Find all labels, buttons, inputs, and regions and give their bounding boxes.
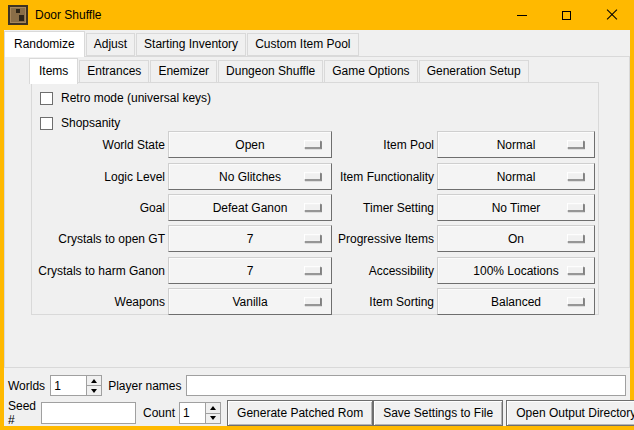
retro-mode-checkbox[interactable] bbox=[40, 92, 53, 105]
window-title: Door Shuffle bbox=[35, 8, 102, 22]
app-window: Door Shuffle Randomize Adjust Starting I… bbox=[0, 0, 634, 430]
retro-mode-label: Retro mode (universal keys) bbox=[61, 91, 211, 105]
tab-generation-setup[interactable]: Generation Setup bbox=[419, 60, 529, 83]
save-settings-button[interactable]: Save Settings to File bbox=[373, 400, 503, 426]
crystals-gt-label: Crystals to open GT bbox=[32, 232, 168, 246]
count-spin-down-button[interactable] bbox=[206, 413, 220, 424]
open-output-directory-button[interactable]: Open Output Directory bbox=[506, 400, 634, 426]
dropdown-indicator-icon bbox=[567, 266, 584, 274]
item-sorting-dropdown[interactable]: Balanced bbox=[437, 288, 595, 315]
arrow-up-icon bbox=[210, 406, 216, 410]
seed-row: Seed # Count Generate Patched Rom Save S… bbox=[8, 400, 626, 426]
dropdown-indicator-icon bbox=[567, 234, 584, 242]
tab-entrances[interactable]: Entrances bbox=[79, 60, 149, 83]
player-names-label: Player names bbox=[108, 379, 181, 393]
goal-label: Goal bbox=[32, 201, 168, 215]
progressive-items-row: Progressive Items On bbox=[285, 225, 595, 252]
item-functionality-value: Normal bbox=[497, 170, 536, 184]
minimize-button[interactable] bbox=[499, 0, 544, 30]
sub-tab-bar: Items Entrances Enemizer Dungeon Shuffle… bbox=[29, 59, 530, 83]
accessibility-row: Accessibility 100% Locations bbox=[285, 257, 595, 284]
maximize-icon bbox=[562, 11, 571, 20]
tab-custom-item-pool[interactable]: Custom Item Pool bbox=[247, 33, 358, 56]
logic-level-label: Logic Level bbox=[32, 170, 168, 184]
world-state-value: Open bbox=[235, 138, 264, 152]
worlds-spinbox[interactable] bbox=[50, 375, 102, 396]
world-state-label: World State bbox=[32, 138, 168, 152]
minimize-icon bbox=[517, 15, 527, 16]
worlds-spin-down-button[interactable] bbox=[87, 385, 101, 395]
item-pool-label: Item Pool bbox=[285, 138, 437, 152]
arrow-up-icon bbox=[91, 379, 97, 383]
door-icon bbox=[8, 5, 28, 25]
item-pool-value: Normal bbox=[497, 138, 536, 152]
item-functionality-row: Item Functionality Normal bbox=[285, 163, 595, 190]
count-label: Count bbox=[143, 406, 175, 420]
weapons-label: Weapons bbox=[32, 295, 168, 309]
count-spin-buttons bbox=[205, 403, 220, 423]
close-button[interactable] bbox=[589, 0, 634, 30]
count-spin-up-button[interactable] bbox=[206, 403, 220, 413]
timer-setting-dropdown[interactable]: No Timer bbox=[437, 194, 595, 221]
count-spinbox[interactable] bbox=[179, 402, 221, 424]
goal-value: Defeat Ganon bbox=[213, 201, 288, 215]
shopsanity-label: Shopsanity bbox=[61, 116, 120, 130]
worlds-row: Worlds Player names bbox=[8, 375, 628, 396]
seed-input[interactable] bbox=[41, 402, 136, 424]
tab-starting-inventory[interactable]: Starting Inventory bbox=[136, 33, 246, 56]
logic-level-value: No Glitches bbox=[219, 170, 281, 184]
progressive-items-value: On bbox=[508, 232, 524, 246]
worlds-input[interactable] bbox=[51, 376, 86, 395]
main-tab-bar: Randomize Adjust Starting Inventory Cust… bbox=[4, 31, 360, 56]
randomize-page: Items Entrances Enemizer Dungeon Shuffle… bbox=[4, 56, 630, 368]
item-sorting-row: Item Sorting Balanced bbox=[285, 288, 595, 315]
crystals-ganon-label: Crystals to harm Ganon bbox=[32, 264, 168, 278]
retro-mode-checkbox-row: Retro mode (universal keys) bbox=[40, 89, 211, 107]
tab-game-options[interactable]: Game Options bbox=[324, 60, 417, 83]
crystals-gt-value: 7 bbox=[247, 232, 254, 246]
tab-enemizer[interactable]: Enemizer bbox=[150, 60, 217, 83]
item-functionality-label: Item Functionality bbox=[285, 170, 437, 184]
timer-setting-row: Timer Setting No Timer bbox=[285, 194, 595, 221]
accessibility-label: Accessibility bbox=[285, 264, 437, 278]
generate-patched-rom-button[interactable]: Generate Patched Rom bbox=[227, 400, 373, 426]
item-functionality-dropdown[interactable]: Normal bbox=[437, 163, 595, 190]
window-controls bbox=[499, 0, 634, 30]
dropdown-indicator-icon bbox=[567, 172, 584, 180]
arrow-down-icon bbox=[210, 416, 216, 420]
count-input[interactable] bbox=[180, 403, 205, 423]
tab-randomize[interactable]: Randomize bbox=[4, 31, 85, 57]
accessibility-dropdown[interactable]: 100% Locations bbox=[437, 257, 595, 284]
accessibility-value: 100% Locations bbox=[473, 264, 558, 278]
titlebar: Door Shuffle bbox=[0, 0, 634, 30]
shopsanity-checkbox[interactable] bbox=[40, 117, 53, 130]
item-sorting-value: Balanced bbox=[491, 295, 541, 309]
tab-adjust[interactable]: Adjust bbox=[86, 33, 135, 56]
tab-dungeon-shuffle[interactable]: Dungeon Shuffle bbox=[218, 60, 323, 83]
worlds-spin-buttons bbox=[86, 376, 101, 395]
dropdown-indicator-icon bbox=[567, 140, 584, 148]
maximize-button[interactable] bbox=[544, 0, 589, 30]
dropdown-indicator-icon bbox=[567, 297, 584, 305]
item-sorting-label: Item Sorting bbox=[285, 295, 437, 309]
arrow-down-icon bbox=[91, 389, 97, 393]
crystals-ganon-value: 7 bbox=[247, 264, 254, 278]
progressive-items-label: Progressive Items bbox=[285, 232, 437, 246]
item-pool-row: Item Pool Normal bbox=[285, 131, 595, 158]
timer-setting-label: Timer Setting bbox=[285, 201, 437, 215]
tab-items[interactable]: Items bbox=[29, 58, 78, 84]
player-names-input[interactable] bbox=[186, 375, 627, 396]
worlds-label: Worlds bbox=[8, 379, 45, 393]
timer-setting-value: No Timer bbox=[492, 201, 541, 215]
worlds-spin-up-button[interactable] bbox=[87, 376, 101, 385]
shopsanity-checkbox-row: Shopsanity bbox=[40, 114, 120, 132]
item-pool-dropdown[interactable]: Normal bbox=[437, 131, 595, 158]
weapons-value: Vanilla bbox=[232, 295, 267, 309]
progressive-items-dropdown[interactable]: On bbox=[437, 225, 595, 252]
close-icon bbox=[606, 9, 618, 21]
seed-label: Seed # bbox=[8, 399, 36, 427]
dropdown-indicator-icon bbox=[567, 203, 584, 211]
client-area: Randomize Adjust Starting Inventory Cust… bbox=[4, 30, 630, 426]
items-panel: Retro mode (universal keys) Shopsanity W… bbox=[31, 82, 599, 315]
